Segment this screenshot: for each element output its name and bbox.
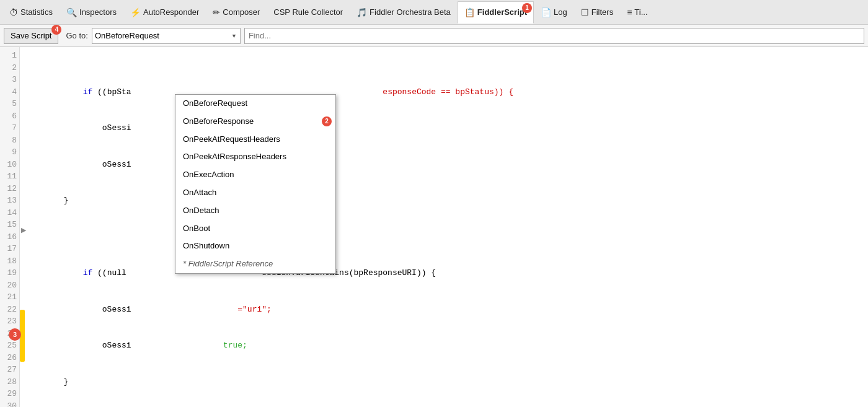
dropdown-item-on-exec-action[interactable]: OnExecAction [175, 166, 335, 184]
line-gutter: 1234567891011121314151617181920212223242… [0, 47, 20, 407]
tab-filters-label: Filters [591, 7, 613, 17]
save-script-label: Save Script [11, 31, 51, 40]
inspectors-icon: 🔍 [66, 7, 77, 17]
dropdown-item-on-before-request[interactable]: OnBeforeRequest [175, 95, 335, 113]
code-editor[interactable]: if ((bpSta esponseCode == bpStatus)) { o… [20, 47, 868, 407]
code-line-9: } [25, 376, 863, 388]
tab-fiddler-orchestra[interactable]: 🎵 Fiddler Orchestra Beta [350, 1, 458, 24]
log-icon: 📄 [541, 7, 551, 17]
dropdown-item-on-boot[interactable]: OnBoot [175, 220, 335, 238]
dropdown-item-on-peek-response-headers[interactable]: OnPeekAtResponseHeaders [175, 148, 335, 166]
save-script-button[interactable]: Save Script 4 [4, 28, 58, 44]
goto-dropdown-wrapper: OnBeforeRequest OnBeforeResponse OnPeekA… [92, 28, 241, 44]
tab-bar: ⏱ Statistics 🔍 Inspectors ⚡ AutoResponde… [0, 0, 868, 25]
tab-inspectors[interactable]: 🔍 Inspectors [60, 1, 123, 24]
tab-orchestra-label: Fiddler Orchestra Beta [370, 7, 451, 17]
code-line-4: } [25, 195, 863, 207]
toolbar: Save Script 4 Go to: OnBeforeRequest OnB… [0, 25, 868, 47]
filters-icon: ☐ [581, 7, 589, 17]
dropdown-item-on-detach[interactable]: OnDetach [175, 202, 335, 220]
code-line-3: oSessi true; [25, 159, 863, 171]
autoresponder-icon: ⚡ [130, 7, 141, 17]
editor-container: 1234567891011121314151617181920212223242… [0, 47, 868, 407]
tab-composer[interactable]: ✏ Composer [206, 1, 267, 24]
tab-timeline-label: Ti... [634, 7, 647, 17]
code-line-6: if ((null ession.uriContains(bpResponseU… [25, 267, 863, 279]
tab-csp-rule-collector[interactable]: CSP Rule Collector [267, 1, 350, 24]
tab-timeline[interactable]: ≡ Ti... [620, 1, 654, 24]
tab-statistics-label: Statistics [20, 7, 53, 17]
orchestra-icon: 🎵 [356, 7, 367, 17]
code-line-8: oSessi true; [25, 339, 863, 352]
code-line-5 [25, 231, 863, 243]
badge-3: 3 [9, 328, 21, 341]
code-line-1: if ((bpSta esponseCode == bpStatus)) { [25, 86, 863, 98]
tab-autoresponder[interactable]: ⚡ AutoResponder [123, 1, 206, 24]
collapse-arrow-1[interactable]: ▶ [21, 226, 26, 234]
tab-log[interactable]: 📄 Log [534, 1, 574, 24]
tab-inspectors-label: Inspectors [79, 7, 117, 17]
dropdown-item-on-attach[interactable]: OnAttach [175, 184, 335, 202]
tab-statistics[interactable]: ⏱ Statistics [2, 1, 60, 24]
tab-filters[interactable]: ☐ Filters [574, 1, 620, 24]
tab-fiddlerscript[interactable]: 📋 FiddlerScript 1 [458, 1, 534, 24]
save-badge: 4 [51, 25, 61, 35]
code-line-7: oSessi ="uri"; [25, 304, 863, 316]
code-line-2: oSessi ="status"; [25, 122, 863, 134]
tab-autoresponder-label: AutoResponder [143, 7, 199, 17]
goto-dropdown[interactable]: OnBeforeRequest OnBeforeResponse OnPeekA… [92, 28, 241, 44]
dropdown-item-on-peek-request-headers[interactable]: OnPeekAtRequestHeaders [175, 131, 335, 149]
find-input[interactable] [244, 28, 864, 44]
composer-icon: ✏ [213, 7, 220, 17]
dropdown-item-on-shutdown[interactable]: OnShutdown [175, 237, 335, 255]
goto-label: Go to: [66, 31, 87, 40]
tab-csp-label: CSP Rule Collector [273, 7, 343, 17]
fiddlerscript-badge: 1 [522, 3, 532, 13]
fiddlerscript-icon: 📋 [464, 7, 475, 17]
goto-dropdown-menu: OnBeforeRequest OnBeforeResponse 2 OnPee… [175, 94, 336, 274]
tab-fiddlerscript-label: FiddlerScript [477, 7, 527, 17]
tab-log-label: Log [554, 7, 567, 17]
tab-composer-label: Composer [223, 7, 260, 17]
timeline-icon: ≡ [627, 7, 632, 17]
dropdown-item-on-before-response[interactable]: OnBeforeResponse 2 [175, 113, 335, 131]
statistics-icon: ⏱ [9, 7, 18, 17]
dropdown-badge-2: 2 [322, 116, 332, 126]
dropdown-item-reference[interactable]: * FiddlerScript Reference [175, 255, 335, 273]
